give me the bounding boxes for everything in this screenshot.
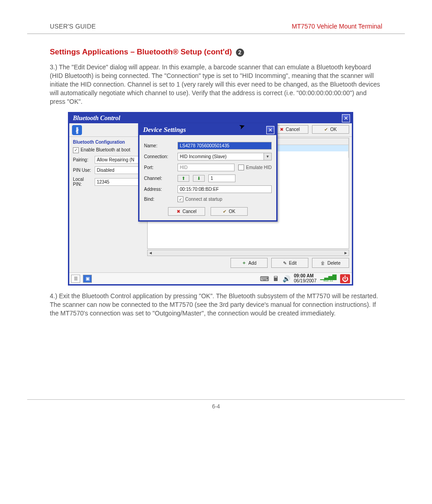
connection-select[interactable]: HID Incomming (Slave) bbox=[178, 153, 264, 160]
address-input[interactable]: 00:15:70:0B:BD:EF bbox=[178, 185, 272, 193]
pairing-field[interactable]: Allow Repairing (N bbox=[95, 156, 143, 164]
paragraph-4: 4.) Exit the Bluetooth Control applicati… bbox=[50, 292, 382, 318]
connect-startup-checkbox[interactable]: ✓ Connect at startup bbox=[178, 196, 222, 202]
config-heading: Bluetooth Configuration bbox=[73, 140, 143, 145]
name-input[interactable]: LS4278 7056000501435 bbox=[178, 142, 272, 150]
calculator-icon[interactable]: 🖩 bbox=[273, 275, 279, 282]
section-title: Settings Applications – Bluetooth® Setup… bbox=[50, 48, 382, 57]
channel-up-button[interactable]: ⬆ bbox=[178, 175, 189, 182]
dialog-close-icon[interactable]: ✕ bbox=[266, 126, 274, 134]
delete-button[interactable]: 🗑 Delete bbox=[312, 258, 349, 268]
taskbar: ☰ ▣ ⌨ 🖩 🔊 09:00 AM 06/19/2007 ▁▃▅▇ bbox=[69, 272, 352, 284]
window-title: Bluetooth Control bbox=[71, 114, 122, 122]
connection-label: Connection: bbox=[144, 154, 175, 159]
bluetooth-control-window: Bluetooth Control ✕ ∦ ✖ Cancel ✔ OK bbox=[68, 112, 353, 286]
close-icon[interactable]: ✕ bbox=[342, 114, 350, 122]
dialog-cancel-button[interactable]: ✖ Cancel bbox=[168, 207, 205, 216]
page-footer: 6-4 bbox=[27, 399, 405, 410]
ok-label: OK bbox=[330, 127, 336, 132]
port-label: Port: bbox=[144, 165, 175, 170]
localpin-label: Local PIN: bbox=[73, 177, 93, 187]
dialog-title: Device Settings bbox=[141, 126, 188, 134]
scroll-right-icon[interactable]: ► bbox=[344, 251, 348, 255]
screenshot: Bluetooth Control ✕ ∦ ✖ Cancel ✔ OK bbox=[68, 112, 353, 286]
header-right: MT7570 Vehicle Mount Terminal bbox=[292, 23, 382, 30]
delete-icon: 🗑 bbox=[321, 261, 325, 266]
checkbox-icon: ✓ bbox=[178, 196, 183, 202]
cancel-x-icon: ✖ bbox=[280, 127, 283, 132]
channel-label: Channel: bbox=[144, 176, 175, 181]
cancel-label: Cancel bbox=[286, 127, 300, 132]
section-title-text: Settings Applications – Bluetooth® Setup… bbox=[50, 48, 232, 56]
keyboard-icon[interactable]: ⌨ bbox=[260, 275, 269, 282]
edit-icon: ✎ bbox=[283, 261, 287, 266]
taskbar-app-icon[interactable]: ▣ bbox=[83, 275, 92, 283]
pinuse-field[interactable]: Disabled bbox=[95, 166, 143, 174]
wifi-signal-icon[interactable]: ▁▃▅▇ 802.11 bbox=[320, 276, 336, 282]
ok-check-icon: ✔ bbox=[324, 127, 328, 132]
horizontal-scrollbar[interactable]: ◄ ► bbox=[147, 250, 349, 256]
taskbar-menu-icon[interactable]: ☰ bbox=[71, 275, 80, 283]
bind-label: Bind: bbox=[144, 197, 175, 202]
taskbar-clock: 09:00 AM 06/19/2007 bbox=[294, 274, 317, 283]
localpin-field[interactable]: 12345 bbox=[95, 178, 143, 186]
bluetooth-icon: ∦ bbox=[72, 125, 82, 135]
port-input[interactable]: HID bbox=[178, 164, 235, 171]
paragraph-3: 3.) The "Edit Device" dialog will appear… bbox=[50, 63, 382, 106]
header-left: USER'S GUIDE bbox=[50, 23, 96, 30]
page-number: 6-4 bbox=[212, 403, 220, 410]
channel-input[interactable]: 1 bbox=[208, 174, 235, 182]
step-badge: 2 bbox=[236, 48, 244, 57]
enable-bluetooth-checkbox[interactable]: Enable Bluetooth at boot bbox=[73, 147, 130, 153]
plus-icon: ＋ bbox=[242, 260, 246, 266]
device-settings-dialog: Device Settings ✕ ➤ Name: LS4278 7056000… bbox=[138, 123, 278, 222]
dialog-ok-button[interactable]: ✔ OK bbox=[211, 207, 248, 216]
volume-icon[interactable]: 🔊 bbox=[283, 275, 290, 282]
header-rule bbox=[27, 34, 405, 34]
add-button[interactable]: ＋ Add bbox=[230, 258, 268, 268]
config-panel: Bluetooth Configuration Enable Bluetooth… bbox=[69, 137, 146, 271]
address-label: Address: bbox=[144, 187, 175, 192]
ok-button[interactable]: ✔ OK bbox=[312, 125, 349, 134]
chevron-down-icon[interactable]: ▼ bbox=[264, 153, 272, 160]
channel-down-button[interactable]: ⬇ bbox=[193, 175, 205, 182]
pairing-label: Pairing: bbox=[73, 157, 93, 162]
checkbox-icon bbox=[238, 165, 244, 170]
power-icon[interactable]: ⏻ bbox=[340, 274, 350, 283]
pinuse-label: PIN Use: bbox=[73, 168, 93, 173]
window-titlebar: Bluetooth Control ✕ bbox=[69, 113, 352, 123]
edit-button[interactable]: ✎ Edit bbox=[271, 258, 308, 268]
scroll-left-icon[interactable]: ◄ bbox=[149, 251, 153, 255]
name-label: Name: bbox=[144, 143, 175, 148]
ok-check-icon: ✔ bbox=[223, 209, 226, 214]
emulate-hid-checkbox[interactable]: Emulate HID bbox=[238, 165, 272, 170]
cancel-x-icon: ✖ bbox=[177, 209, 180, 214]
